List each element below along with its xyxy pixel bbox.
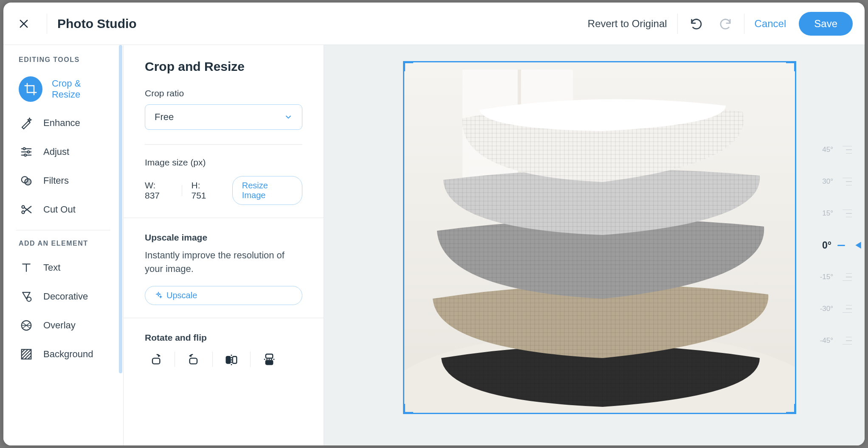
redo-button bbox=[717, 15, 734, 32]
close-icon bbox=[18, 18, 30, 30]
sidebar-item-adjust[interactable]: Adjust bbox=[3, 137, 123, 166]
redo-icon bbox=[718, 18, 733, 30]
svg-rect-15 bbox=[266, 361, 273, 365]
sidebar-item-background[interactable]: Background bbox=[3, 340, 123, 369]
sidebar-item-label: Enhance bbox=[43, 118, 80, 129]
ruler-ticks bbox=[838, 273, 852, 281]
upscale-section: Upscale image Instantly improve the reso… bbox=[124, 218, 324, 318]
undo-icon bbox=[689, 18, 704, 30]
divider bbox=[16, 230, 110, 230]
upscale-button-label: Upscale bbox=[166, 291, 197, 300]
upscale-button[interactable]: Upscale bbox=[145, 286, 302, 305]
sidebar-item-label: Filters bbox=[43, 175, 69, 186]
svg-rect-13 bbox=[233, 356, 237, 363]
ruler-label: -15° bbox=[811, 273, 833, 281]
ruler-ticks bbox=[838, 178, 852, 186]
ruler-label: -45° bbox=[811, 336, 833, 345]
cancel-button[interactable]: Cancel bbox=[755, 18, 786, 30]
image-preview[interactable] bbox=[403, 61, 796, 414]
close-button[interactable] bbox=[11, 11, 37, 36]
topbar-actions: Revert to Original Cancel Save bbox=[588, 12, 853, 36]
undo-button[interactable] bbox=[688, 15, 705, 32]
topbar: Photo Studio Revert to Original Cancel S… bbox=[3, 3, 865, 45]
svg-rect-11 bbox=[190, 358, 197, 364]
divider bbox=[175, 352, 175, 367]
ruler-label: 45° bbox=[811, 146, 833, 154]
decorative-icon bbox=[19, 289, 34, 304]
divider bbox=[250, 352, 251, 367]
flip-h-icon bbox=[224, 353, 239, 366]
flip-vertical-button[interactable] bbox=[258, 350, 280, 368]
sidebar: EDITING TOOLS Crop & Resize Enhance Adju… bbox=[3, 45, 124, 445]
crop-section: Crop and Resize Crop ratio Free Image si… bbox=[124, 45, 324, 218]
sidebar-item-label: Text bbox=[43, 262, 60, 273]
text-icon bbox=[19, 260, 34, 275]
ruler-label: 15° bbox=[811, 209, 833, 218]
sidebar-item-filters[interactable]: Filters bbox=[3, 166, 123, 195]
width-display: W: 837 bbox=[145, 180, 172, 201]
sidebar-item-decorative[interactable]: Decorative bbox=[3, 282, 123, 311]
resize-image-button[interactable]: Resize Image bbox=[232, 176, 302, 205]
divider bbox=[47, 14, 47, 34]
sidebar-scrollbar[interactable] bbox=[118, 45, 123, 445]
adjust-icon bbox=[19, 144, 34, 160]
sidebar-heading-elements: ADD AN ELEMENT bbox=[3, 240, 123, 253]
revert-button[interactable]: Revert to Original bbox=[588, 18, 667, 30]
upscale-title: Upscale image bbox=[145, 232, 302, 243]
ruler-label: 30° bbox=[811, 177, 833, 186]
divider bbox=[212, 352, 213, 367]
rotate-cw-button[interactable] bbox=[145, 350, 167, 368]
sidebar-item-crop-resize[interactable]: Crop & Resize bbox=[3, 70, 123, 109]
ruler-ticks bbox=[838, 337, 852, 345]
rotate-ccw-button[interactable] bbox=[183, 350, 205, 368]
svg-point-0 bbox=[23, 148, 25, 150]
scrollbar-thumb[interactable] bbox=[119, 45, 122, 373]
flip-horizontal-button[interactable] bbox=[220, 350, 242, 368]
sidebar-item-overlay[interactable]: Overlay bbox=[3, 311, 123, 340]
crop-ratio-label: Crop ratio bbox=[145, 88, 302, 98]
sidebar-item-text[interactable]: Text bbox=[3, 253, 123, 282]
chevron-down-icon bbox=[284, 113, 293, 121]
rotate-ccw-icon bbox=[187, 353, 200, 366]
rotate-flip-row bbox=[145, 350, 302, 368]
crop-ratio-select[interactable]: Free bbox=[145, 104, 302, 130]
sidebar-item-label: Overlay bbox=[43, 320, 76, 331]
rotate-cw-icon bbox=[149, 353, 163, 366]
preview-image bbox=[403, 61, 796, 414]
svg-point-4 bbox=[25, 179, 31, 185]
image-size-label: Image size (px) bbox=[145, 157, 302, 168]
ruler-center[interactable]: 0° bbox=[809, 241, 852, 249]
sparkle-icon bbox=[155, 291, 162, 299]
ruler-ticks bbox=[838, 210, 852, 218]
panel-title: Crop and Resize bbox=[145, 59, 302, 74]
settings-panel: Crop and Resize Crop ratio Free Image si… bbox=[124, 45, 324, 445]
divider bbox=[744, 14, 744, 34]
ruler-center-mark bbox=[837, 245, 845, 246]
sidebar-item-cutout[interactable]: Cut Out bbox=[3, 195, 123, 224]
svg-point-7 bbox=[27, 297, 31, 301]
ruler-caret-icon bbox=[855, 242, 861, 249]
ruler-ticks bbox=[838, 146, 852, 154]
enhance-icon bbox=[19, 115, 34, 131]
sidebar-item-label: Decorative bbox=[43, 291, 88, 302]
sidebar-item-label: Cut Out bbox=[43, 204, 76, 215]
photo-studio-window: Photo Studio Revert to Original Cancel S… bbox=[3, 3, 865, 445]
ruler-ticks bbox=[838, 305, 852, 313]
filters-icon bbox=[19, 173, 34, 188]
svg-rect-14 bbox=[266, 354, 273, 358]
rotate-title: Rotate and flip bbox=[145, 333, 302, 343]
sidebar-heading-tools: EDITING TOOLS bbox=[3, 56, 123, 70]
overlay-icon bbox=[19, 318, 34, 333]
svg-rect-12 bbox=[226, 356, 231, 363]
rotation-ruler[interactable]: 45° 30° 15° 0° -15° -30° -45° bbox=[809, 146, 852, 345]
canvas-area[interactable]: 45° 30° 15° 0° -15° -30° -45° bbox=[324, 45, 865, 445]
save-button[interactable]: Save bbox=[799, 12, 853, 36]
ruler-label: -30° bbox=[811, 305, 833, 313]
background-icon bbox=[19, 347, 34, 362]
ruler-center-label: 0° bbox=[809, 240, 831, 251]
crop-icon bbox=[19, 76, 42, 102]
sidebar-item-enhance[interactable]: Enhance bbox=[3, 109, 123, 137]
crop-ratio-value: Free bbox=[155, 112, 174, 123]
app-title: Photo Studio bbox=[57, 17, 137, 31]
image-size-row: W: 837 H: 751 Resize Image bbox=[145, 176, 302, 205]
